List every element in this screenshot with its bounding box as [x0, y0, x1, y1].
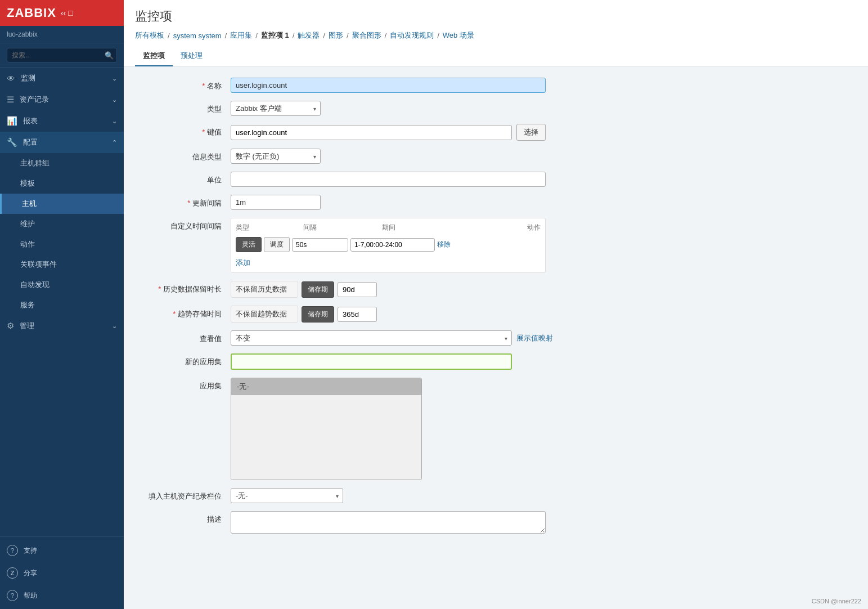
tab-preprocess[interactable]: 预处理 [173, 46, 210, 66]
trend-period-btn[interactable]: 储存期 [302, 306, 334, 323]
monitor-icon: 👁 [7, 74, 15, 83]
ci-col-interval: 间隔 [303, 223, 382, 232]
sidebar-item-services[interactable]: 服务 [0, 295, 124, 315]
logo-icon-left[interactable]: ‹‹ [61, 8, 66, 17]
share-icon: Z [7, 567, 18, 579]
sidebar-item-share[interactable]: Z 分享 [0, 562, 124, 584]
sidebar-item-label-reports: 报表 [23, 116, 38, 126]
lookup-control: 不变 ▾ 展示值映射 [231, 330, 568, 346]
history-control: 不保留历史数据 储存期 [231, 281, 546, 298]
sidebar-item-discovery[interactable]: 自动发现 [0, 275, 124, 295]
key-input-row: 选择 [231, 124, 546, 141]
trend-no-keep: 不保留趋势数据 [231, 306, 298, 323]
lookup-select[interactable]: 不变 [231, 330, 512, 346]
app-listbox-item-none[interactable]: -无- [231, 378, 421, 395]
new-app-input[interactable] [231, 353, 512, 370]
ci-add-row: 添加 [236, 254, 541, 268]
sidebar-item-reports[interactable]: 📊 报表 ⌄ [0, 110, 124, 132]
reports-icon: 📊 [7, 116, 17, 126]
sidebar-item-maintenance[interactable]: 维护 [0, 214, 124, 234]
page-header: 监控项 所有模板 / system system / 应用集 / 监控项 1 /… [124, 0, 868, 66]
ci-remove-link[interactable]: 移除 [437, 240, 451, 249]
key-select-button[interactable]: 选择 [516, 124, 546, 141]
new-app-row: 新的应用集 [141, 353, 851, 370]
host-inv-select-wrap: -无- ▾ [231, 488, 343, 503]
sidebar-item-support[interactable]: ? 支持 [0, 539, 124, 562]
new-app-label: 新的应用集 [141, 353, 231, 367]
name-control [231, 78, 546, 93]
host-inv-select[interactable]: -无- [231, 488, 343, 503]
desc-textarea[interactable] [231, 511, 546, 534]
ci-interval-input[interactable] [292, 238, 348, 252]
sidebar-item-hostgroups[interactable]: 主机群组 [0, 153, 124, 173]
type-select-wrap: Zabbix 客户端 ▾ [231, 101, 321, 116]
correlations-label: 关联项事件 [20, 259, 57, 270]
key-control: 选择 [231, 124, 546, 141]
ci-period-input[interactable] [350, 238, 435, 252]
maintenance-label: 维护 [20, 219, 35, 229]
hostgroups-label: 主机群组 [20, 158, 50, 168]
admin-icon: ⚙ [7, 321, 14, 331]
sidebar-item-monitor[interactable]: 👁 监测 ⌄ [0, 68, 124, 89]
lookup-select-wrap: 不变 ▾ [231, 330, 512, 346]
sidebar-search-area: 🔍 [0, 43, 124, 68]
breadcrumb: 所有模板 / system system / 应用集 / 监控项 1 / 触发器… [135, 30, 857, 46]
sidebar-item-admin[interactable]: ⚙ 管理 ⌄ [0, 315, 124, 337]
host-inv-row: 填入主机资产纪录栏位 -无- ▾ [141, 488, 851, 503]
page-title: 监控项 [135, 8, 857, 25]
support-label: 支持 [24, 546, 37, 556]
search-input[interactable] [7, 48, 117, 62]
interval-label: 更新间隔 [141, 195, 231, 208]
support-icon: ? [7, 545, 18, 556]
ci-btn-schedule[interactable]: 调度 [264, 237, 290, 252]
search-icon[interactable]: 🔍 [105, 51, 114, 60]
tab-monitor-item[interactable]: 监控项 [135, 46, 173, 66]
sidebar-item-templates[interactable]: 模板 [0, 173, 124, 194]
info-type-label: 信息类型 [141, 149, 231, 162]
type-row: 类型 Zabbix 客户端 ▾ [141, 101, 851, 116]
unit-input[interactable] [231, 172, 546, 187]
hosts-label: 主机 [22, 199, 37, 209]
config-arrow: ⌃ [112, 139, 117, 146]
templates-label: 模板 [20, 178, 35, 189]
logo-icons: ‹‹ □ [61, 8, 73, 17]
ci-col-period: 期间 [382, 223, 507, 232]
history-value-input[interactable] [338, 282, 377, 297]
sidebar-item-correlations[interactable]: 关联项事件 [0, 254, 124, 275]
watermark: CSDN @inner222 [812, 598, 861, 604]
search-wrap: 🔍 [7, 48, 117, 62]
help-label: 帮助 [24, 591, 37, 601]
key-input[interactable] [231, 125, 512, 140]
sidebar-item-assets[interactable]: ☰ 资产记录 ⌄ [0, 89, 124, 110]
interval-input[interactable] [231, 195, 321, 210]
sidebar-item-config[interactable]: 🔧 配置 ⌃ [0, 132, 124, 153]
ci-btn-flexible[interactable]: 灵活 [236, 237, 262, 252]
name-input[interactable] [231, 78, 546, 93]
trend-value-input[interactable] [338, 307, 377, 322]
unit-label: 单位 [141, 172, 231, 185]
history-period-btn[interactable]: 储存期 [302, 281, 334, 298]
app-listbox-inner [231, 395, 421, 480]
trend-input-row: 不保留趋势数据 储存期 [231, 306, 546, 323]
trend-control: 不保留趋势数据 储存期 [231, 306, 546, 323]
sidebar-item-label-admin: 管理 [20, 321, 34, 331]
name-label: 名称 [141, 78, 231, 91]
assets-arrow: ⌄ [112, 96, 117, 104]
sidebar-item-help[interactable]: ? 帮助 [0, 584, 124, 607]
app-label: 应用集 [141, 378, 231, 391]
reports-arrow: ⌄ [112, 118, 117, 125]
sidebar-item-actions[interactable]: 动作 [0, 234, 124, 254]
sidebar-nav: 👁 监测 ⌄ ☰ 资产记录 ⌄ 📊 报表 ⌄ 🔧 配置 ⌃ 主机群组 模板 主机 [0, 68, 124, 536]
ci-add-link[interactable]: 添加 [236, 258, 250, 268]
history-label: 历史数据保留时长 [141, 281, 231, 294]
lookup-mapping-link[interactable]: 展示值映射 [516, 333, 553, 343]
unit-control [231, 172, 546, 187]
info-type-select[interactable]: 数字 (无正负) [231, 149, 321, 164]
help-icon: ? [7, 590, 18, 601]
admin-arrow: ⌄ [112, 323, 117, 330]
type-select[interactable]: Zabbix 客户端 [231, 101, 321, 116]
logo-icon-right[interactable]: □ [68, 8, 73, 17]
sidebar-item-hosts[interactable]: 主机 [0, 194, 124, 214]
share-label: 分享 [24, 568, 37, 578]
history-row: 历史数据保留时长 不保留历史数据 储存期 [141, 281, 851, 298]
